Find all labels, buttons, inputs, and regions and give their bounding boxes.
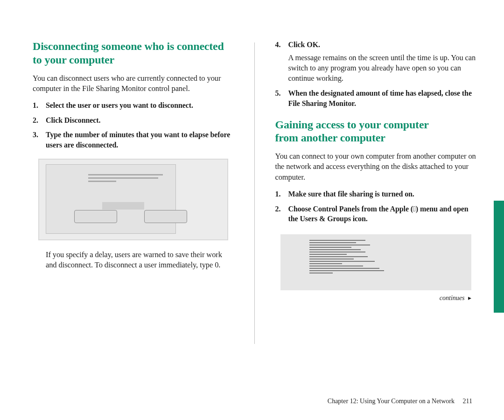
figure-dialog-disconnect [38,159,228,240]
continues-text: continues [440,294,465,301]
step-item: Click OK. A message remains on the scree… [275,40,476,84]
steps-list-right-bottom: Make sure that file sharing is turned on… [275,189,476,224]
figure-users-groups [280,234,471,290]
section-heading-gaining-access: Gaining access to your computer from ano… [275,118,476,145]
section-heading-disconnecting: Disconnecting someone who is connected t… [33,40,234,67]
paragraph-after-figure: If you specify a delay, users are warned… [46,250,234,271]
figure-button [144,210,187,223]
continues-indicator: continues ▸ [275,294,471,302]
intro-paragraph-right: You can connect to your own computer fro… [275,151,476,182]
chapter-title: Chapter 12: Using Your Computer on a Net… [328,398,455,405]
step-item: Make sure that file sharing is turned on… [275,189,476,199]
step-item: Type the number of minutes that you want… [33,130,234,150]
step-item: Click Disconnect. [33,115,234,126]
step-item: When the designated amount of time has e… [275,88,476,108]
steps-list-left: Select the user or users you want to dis… [33,100,234,150]
step-label: Click OK. [288,41,320,49]
steps-list-right-top: Click OK. A message remains on the scree… [275,40,476,109]
page-number: 211 [463,398,472,405]
continues-arrow-icon: ▸ [468,294,471,302]
page-footer: Chapter 12: Using Your Computer on a Net… [328,398,472,405]
step-item: Select the user or users you want to dis… [33,100,234,111]
figure-button [74,210,117,223]
chapter-tab [494,201,504,313]
step-item: Choose Control Panels from the Apple ()… [275,204,476,224]
step-body: A message remains on the screen until th… [288,53,476,84]
step-text-pre: Choose Control Panels from the Apple ( [288,205,413,213]
intro-paragraph-left: You can disconnect users who are current… [33,73,234,94]
column-divider [254,42,255,344]
